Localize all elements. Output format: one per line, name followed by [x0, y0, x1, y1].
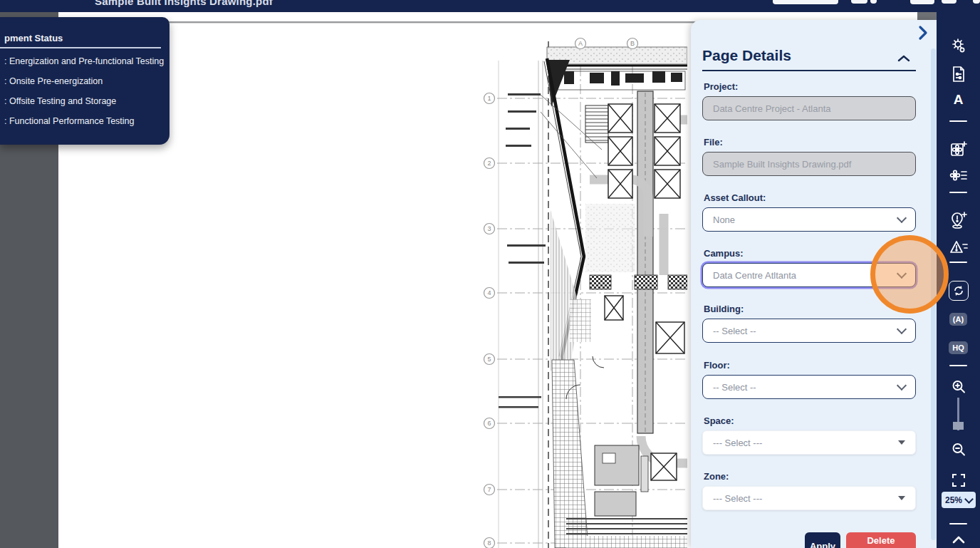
legend-item: : Offsite Testing and Storage [4, 96, 116, 106]
campus-select[interactable]: Data Centre Atltanta [702, 263, 916, 287]
sidebar-divider [949, 192, 967, 193]
asset-callout-value: None [713, 214, 735, 225]
building-value: -- Select -- [713, 326, 756, 336]
file-value: Sample Built Insights Drawing.pdf [713, 159, 851, 170]
sidebar-divider [949, 365, 967, 366]
chevron-down-icon [964, 495, 974, 504]
grid-letter: B [630, 40, 635, 47]
hq-quality-icon[interactable]: HQ [937, 340, 980, 356]
floor-plan-drawing: A B 1 2 3 4 5 6 7 8 [470, 29, 687, 548]
space-select[interactable]: --- Select --- [702, 430, 916, 455]
page-details-panel: Page Details Project: Data Centre Projec… [691, 20, 937, 548]
toolbar-button-partial[interactable] [870, 0, 877, 4]
zoom-slider-thumb[interactable] [953, 422, 964, 430]
space-value: --- Select --- [713, 438, 762, 448]
legend-item: : Functional Performance Testing [4, 116, 135, 126]
space-label: Space: [704, 415, 734, 426]
grid-number: 3 [487, 225, 491, 232]
caret-down-icon [898, 496, 905, 500]
panel-scrollbar[interactable] [931, 48, 936, 540]
floor-label: Floor: [704, 360, 730, 371]
project-label: Project: [704, 81, 738, 92]
chevron-down-icon [897, 381, 907, 391]
grid-number: 1 [487, 95, 491, 102]
zoom-level-value: 25% [945, 495, 962, 505]
collapse-up-icon[interactable] [937, 533, 980, 546]
sidebar-divider [949, 262, 967, 263]
language-icon[interactable]: (A) [937, 311, 980, 327]
zoom-in-icon[interactable] [937, 379, 980, 395]
language-badge: (A) [949, 313, 967, 326]
equipment-status-legend: pment Status : Energization and Pre-func… [0, 17, 170, 145]
zone-label: Zone: [704, 471, 729, 482]
floor-value: -- Select -- [713, 382, 756, 393]
campus-value: Data Centre Atltanta [713, 270, 796, 281]
zone-value: --- Select --- [713, 493, 762, 504]
caret-down-icon [898, 440, 905, 445]
text-tool-icon[interactable]: A [937, 91, 980, 108]
add-issue-pin-icon[interactable] [937, 211, 980, 229]
settings-gear-icon[interactable] [937, 37, 980, 54]
legend-item: : Energization and Pre-functional Testin… [4, 56, 164, 66]
asset-callout-select[interactable]: None [702, 207, 916, 232]
zone-select[interactable]: --- Select --- [702, 486, 916, 510]
zoom-level-select[interactable]: 25% [942, 492, 976, 508]
asset-callout-label: Asset Callout: [704, 192, 766, 203]
apply-button[interactable]: Apply [805, 532, 840, 548]
floor-select[interactable]: -- Select -- [702, 375, 916, 399]
tool-sidebar: A [937, 0, 980, 548]
sidebar-divider [949, 120, 967, 122]
file-label: File: [704, 137, 723, 148]
project-field: Data Centre Project - Atlanta [702, 96, 916, 120]
section-collapse-chevron-up-icon[interactable] [897, 53, 910, 61]
project-value: Data Centre Project - Atlanta [713, 103, 830, 114]
building-select[interactable]: -- Select -- [702, 319, 916, 343]
toolbar-button-partial[interactable] [851, 0, 867, 4]
fullscreen-icon[interactable] [937, 472, 980, 488]
delete-document-button[interactable]: Delete Document [846, 532, 916, 548]
grid-number: 4 [487, 289, 491, 296]
file-field: Sample Built Insights Drawing.pdf [702, 152, 916, 176]
app-window: Sample Built Insights Drawing.pdf [0, 0, 980, 548]
toolbar-button-partial[interactable] [942, 0, 956, 4]
campus-label: Campus: [704, 248, 744, 259]
grid-number: 5 [487, 356, 491, 363]
toolbar-button-partial[interactable] [910, 0, 934, 4]
grid-letter: A [578, 40, 583, 47]
page-properties-icon[interactable] [937, 66, 980, 83]
building-label: Building: [704, 304, 744, 314]
grid-number: 6 [487, 420, 491, 427]
chevron-down-icon [897, 324, 907, 334]
grid-number: 2 [487, 160, 491, 167]
legend-title: pment Status [4, 33, 63, 43]
hq-badge: HQ [949, 341, 968, 354]
asset-list-icon[interactable] [937, 167, 980, 184]
legend-divider [0, 47, 161, 48]
legend-item: : Onsite Pre-energization [4, 76, 103, 86]
panel-title-rule [702, 70, 916, 71]
panel-title: Page Details [702, 47, 791, 64]
chevron-down-icon [897, 269, 907, 279]
grid-number: 7 [487, 486, 491, 493]
sidebar-divider [949, 523, 967, 524]
top-header-bar: Sample Built Insights Drawing.pdf [0, 0, 980, 12]
issues-list-icon[interactable] [937, 239, 980, 256]
document-title: Sample Built Insights Drawing.pdf [95, 0, 273, 7]
grid-number: 8 [487, 539, 491, 547]
add-asset-icon[interactable] [937, 140, 980, 157]
zoom-out-icon[interactable] [937, 442, 980, 457]
toolbar-button-partial[interactable] [773, 0, 838, 4]
sync-icon[interactable] [937, 281, 980, 300]
toolbar-button-partial[interactable] [973, 0, 980, 4]
panel-collapse-icon[interactable] [915, 24, 931, 41]
chevron-down-icon [897, 213, 907, 223]
